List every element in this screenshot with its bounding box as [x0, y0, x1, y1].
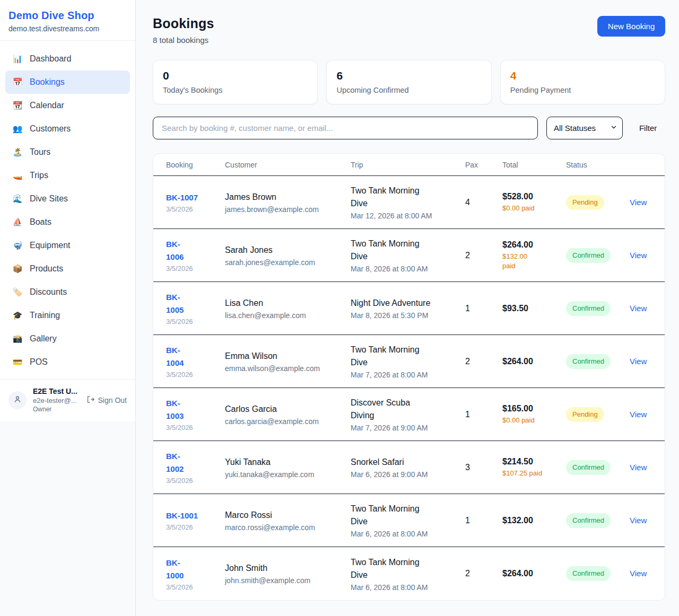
- table-header: Booking Customer Trip Pax Total Status: [153, 154, 665, 176]
- view-link[interactable]: View: [630, 357, 647, 366]
- sidebar-item-pos[interactable]: 💳 POS: [5, 350, 130, 374]
- actions-cell: View: [630, 357, 652, 366]
- stat-card: 4 Pending Payment: [500, 60, 665, 104]
- total-amount: $264.00: [502, 240, 561, 250]
- customer-email: yuki.tanaka@example.com: [225, 470, 345, 479]
- trip-cell: Two Tank Morning Dive Mar 8, 2026 at 8:0…: [351, 237, 465, 273]
- pax-count: 2: [465, 251, 502, 260]
- user-email: e2e-tester@...: [33, 397, 80, 404]
- paid-amount: $0.00 paid: [502, 416, 561, 425]
- pax-count: 1: [465, 304, 502, 313]
- customer-email: lisa.chen@example.com: [225, 311, 345, 320]
- trip-name: Snorkel Safari: [351, 456, 460, 469]
- actions-cell: View: [630, 569, 652, 578]
- trip-cell: Two Tank Morning Dive Mar 6, 2026 at 8:0…: [351, 556, 465, 592]
- column-header-customer: Customer: [225, 161, 351, 169]
- brand-name[interactable]: Demo Dive Shop: [8, 10, 127, 22]
- status-select[interactable]: All Statuses: [546, 117, 623, 139]
- customer-email: carlos.garcia@example.com: [225, 417, 345, 426]
- sidebar-item-trips[interactable]: 🚤 Trips: [5, 164, 130, 187]
- brand: Demo Dive Shop demo.test.divestreams.com: [0, 0, 135, 41]
- booking-id-link[interactable]: BK- 1006: [166, 238, 184, 263]
- status-badge: Confirmed: [566, 566, 611, 581]
- actions-cell: View: [630, 516, 652, 525]
- trip-datetime: Mar 7, 2026 at 8:00 AM: [351, 371, 460, 379]
- filter-row: All Statuses Filter: [153, 117, 665, 139]
- booking-id-link[interactable]: BK- 1005: [166, 291, 184, 316]
- pax-count: 2: [465, 569, 502, 578]
- sidebar-item-gallery[interactable]: 📸 Gallery: [5, 327, 130, 350]
- booking-cell: BK- 1000 3/5/2026: [166, 557, 225, 591]
- customer-cell: Lisa Chen lisa.chen@example.com: [225, 297, 351, 320]
- view-link[interactable]: View: [630, 516, 647, 525]
- stat-value: 4: [510, 69, 655, 82]
- sidebar-item-equipment[interactable]: 🤿 Equipment: [5, 234, 130, 257]
- search-input[interactable]: [153, 117, 538, 139]
- customer-email: james.brown@example.com: [225, 205, 345, 214]
- booking-id-link[interactable]: BK- 1004: [166, 344, 184, 369]
- customer-name: Lisa Chen: [225, 297, 345, 309]
- sidebar-item-customers[interactable]: 👥 Customers: [5, 117, 130, 140]
- status-cell: Confirmed: [566, 566, 630, 581]
- sidebar-item-bookings[interactable]: 📅 Bookings: [5, 71, 130, 94]
- stat-card: 6 Upcoming Confirmed: [326, 60, 491, 104]
- view-link[interactable]: View: [630, 569, 647, 578]
- sidebar-item-label: Products: [30, 264, 63, 274]
- page-title-block: Bookings 8 total bookings: [153, 16, 214, 45]
- sign-out-button[interactable]: Sign Out: [86, 395, 127, 406]
- booking-date: 3/5/2026: [166, 477, 220, 485]
- view-link[interactable]: View: [630, 463, 647, 472]
- sidebar-item-dive-sites[interactable]: 🌊 Dive Sites: [5, 187, 130, 210]
- trip-cell: Snorkel Safari Mar 6, 2026 at 9:00 AM: [351, 456, 465, 479]
- booking-id-link[interactable]: BK-1001: [166, 509, 198, 522]
- wave-icon: 🌊: [12, 194, 23, 204]
- filter-button[interactable]: Filter: [623, 124, 665, 133]
- avatar: [8, 391, 27, 409]
- total-cell: $264.00: [502, 357, 566, 366]
- booking-date: 3/5/2026: [166, 583, 220, 591]
- column-header-pax: Pax: [465, 161, 502, 169]
- new-booking-button[interactable]: New Booking: [597, 16, 665, 37]
- booking-id-link[interactable]: BK- 1000: [166, 557, 184, 582]
- view-link[interactable]: View: [630, 251, 647, 260]
- status-cell: Confirmed: [566, 513, 630, 528]
- stat-card: 0 Today's Bookings: [153, 60, 318, 104]
- booking-id-link[interactable]: BK- 1002: [166, 450, 184, 476]
- customer-email: sarah.jones@example.com: [225, 258, 345, 267]
- sidebar-item-training[interactable]: 🎓 Training: [5, 304, 130, 327]
- status-cell: Confirmed: [566, 354, 630, 369]
- trip-cell: Two Tank Morning Dive Mar 6, 2026 at 8:0…: [351, 503, 465, 538]
- sidebar-item-products[interactable]: 📦 Products: [5, 257, 130, 280]
- booking-date: 3/5/2026: [166, 424, 220, 432]
- trip-datetime: Mar 12, 2026 at 8:00 AM: [351, 212, 460, 220]
- customer-name: James Brown: [225, 191, 345, 203]
- sidebar-item-tours[interactable]: 🏝️ Tours: [5, 140, 130, 164]
- view-link[interactable]: View: [630, 410, 647, 419]
- sidebar-item-dashboard[interactable]: 📊 Dashboard: [5, 47, 130, 71]
- sidebar-item-label: Training: [30, 311, 60, 320]
- booking-date: 3/5/2026: [166, 265, 220, 272]
- sidebar-item-label: Customers: [30, 124, 71, 134]
- table-row: BK- 1005 3/5/2026 Lisa Chen lisa.chen@ex…: [153, 282, 665, 335]
- booking-id-link[interactable]: BK- 1003: [166, 397, 184, 423]
- sidebar-item-calendar[interactable]: 📆 Calendar: [5, 94, 130, 117]
- trip-cell: Two Tank Morning Dive Mar 7, 2026 at 8:0…: [351, 344, 465, 379]
- app-root: Demo Dive Shop demo.test.divestreams.com…: [0, 0, 679, 616]
- trip-name: Two Tank Morning Dive: [351, 556, 460, 582]
- stats-row: 0 Today's Bookings 6 Upcoming Confirmed …: [153, 60, 665, 104]
- sidebar-item-discounts[interactable]: 🏷️ Discounts: [5, 280, 130, 304]
- status-cell: Confirmed: [566, 301, 630, 316]
- customer-name: Emma Wilson: [225, 350, 345, 362]
- view-link[interactable]: View: [630, 304, 647, 313]
- table-row: BK- 1006 3/5/2026 Sarah Jones sarah.jone…: [153, 229, 665, 282]
- sidebar-item-boats[interactable]: ⛵ Boats: [5, 210, 130, 234]
- calendar-date-icon: 📅: [12, 77, 23, 87]
- total-amount: $132.00: [502, 516, 561, 525]
- view-link[interactable]: View: [630, 198, 647, 207]
- booking-id-link[interactable]: BK-1007: [166, 191, 198, 204]
- sidebar-item-label: Trips: [30, 171, 48, 180]
- customer-cell: James Brown james.brown@example.com: [225, 191, 351, 214]
- stat-label: Today's Bookings: [163, 86, 308, 94]
- user-icon: [13, 394, 22, 406]
- trip-datetime: Mar 7, 2026 at 9:00 AM: [351, 424, 460, 432]
